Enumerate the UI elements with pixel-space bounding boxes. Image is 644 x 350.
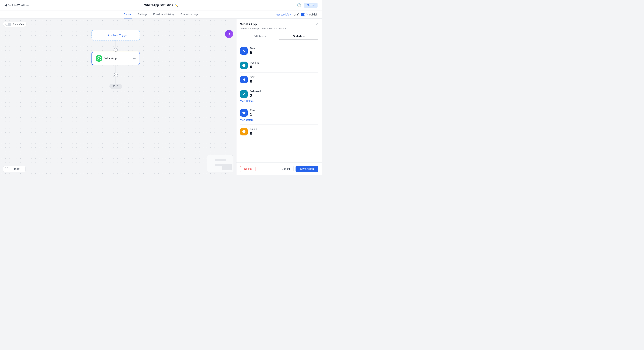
stat-failed: Failed 0	[240, 125, 318, 139]
close-panel-button[interactable]: ✕	[316, 22, 318, 27]
header: ◀ Back to Workflows WhatsApp Statistics …	[0, 0, 322, 11]
zoom-in-button[interactable]: +	[10, 167, 12, 171]
stat-pending-info: Pending 0	[250, 61, 318, 69]
stat-pending-value: 0	[250, 65, 318, 69]
panel-footer: Delete Cancel Save Action	[236, 162, 322, 175]
stat-total-label: Total	[250, 47, 318, 50]
stat-delivered-info: Delivered 2	[250, 90, 318, 98]
stat-read-row: Read 1	[240, 109, 318, 117]
stats-toggle-thumb	[6, 23, 8, 26]
sent-icon	[240, 76, 248, 83]
saved-button[interactable]: Saved	[304, 3, 318, 8]
back-to-workflows-link[interactable]: ◀ Back to Workflows	[4, 3, 29, 7]
plus-connector-2: +	[114, 73, 118, 76]
minimap-viewport	[222, 164, 232, 170]
pending-icon	[240, 62, 248, 69]
stat-total-info: Total 5	[250, 47, 318, 55]
stat-total-row: Total 5	[240, 47, 318, 55]
back-label: Back to Workflows	[8, 4, 29, 7]
stat-failed-info: Failed 0	[250, 128, 318, 136]
publish-label: Publish	[309, 13, 318, 16]
stat-read-info: Read 1	[250, 109, 318, 117]
whatsapp-icon	[96, 55, 102, 62]
total-icon	[240, 47, 248, 55]
stats-content: Total 5 Pending 0	[236, 40, 322, 162]
edit-icon[interactable]: ✏️	[174, 4, 178, 7]
tab-builder[interactable]: Builder	[124, 11, 132, 19]
stat-failed-value: 0	[250, 131, 318, 136]
stat-sent-label: Sent	[250, 76, 318, 79]
canvas-controls: ⛶ + 100% −	[3, 166, 26, 172]
stat-total: Total 5	[240, 44, 318, 58]
read-view-details-link[interactable]: View Details	[240, 118, 254, 121]
magic-button[interactable]: ✦	[225, 30, 233, 38]
stat-sent-info: Sent 0	[250, 76, 318, 84]
zoom-level: 100%	[14, 168, 20, 170]
svg-marker-2	[242, 78, 246, 81]
stat-read: Read 1 View Details	[240, 106, 318, 125]
panel-header: WhatsApp Sends a whatsapp message to the…	[236, 19, 322, 30]
header-center: WhatsApp Statistics ✏️	[144, 4, 178, 7]
main-layout: Stats View ✦ + Add New Trigger +	[0, 19, 322, 175]
stat-sent: Sent 0	[240, 73, 318, 87]
stat-read-value: 1	[250, 112, 318, 117]
connector-middle	[116, 65, 116, 73]
read-icon	[240, 109, 248, 117]
stats-view-label: Stats View	[13, 23, 24, 26]
save-action-button[interactable]: Save Action	[296, 166, 318, 172]
stats-view-toggle[interactable]: Stats View	[3, 22, 27, 27]
header-right: 🕐 Saved	[297, 3, 318, 8]
stats-toggle-track[interactable]	[6, 23, 11, 26]
tab-settings[interactable]: Settings	[138, 11, 147, 19]
tab-edit-action[interactable]: Edit Action	[240, 33, 279, 40]
node-menu-button[interactable]: ···	[133, 57, 136, 60]
add-step-button-2[interactable]: +	[114, 73, 118, 76]
delete-button[interactable]: Delete	[240, 166, 256, 172]
cancel-button[interactable]: Cancel	[278, 166, 294, 172]
stat-delivered-label: Delivered	[250, 90, 318, 93]
stat-sent-value: 0	[250, 79, 318, 84]
draft-publish-toggle[interactable]	[301, 13, 308, 17]
plus-connector-1: +	[114, 48, 118, 52]
workflow-title: WhatsApp Statistics	[144, 4, 173, 7]
minimap-node-trigger	[215, 159, 226, 161]
workflow-container: + Add New Trigger + WhatsApp ···	[92, 30, 140, 89]
add-trigger-button[interactable]: + Add New Trigger	[92, 30, 140, 41]
stat-read-label: Read	[250, 109, 318, 112]
stat-pending-row: Pending 0	[240, 61, 318, 69]
stat-total-value: 5	[250, 50, 318, 55]
panel-subtitle: Sends a whatsapp message to the contact	[240, 27, 286, 30]
add-trigger-plus-icon: +	[104, 33, 106, 37]
add-trigger-label: Add New Trigger	[108, 34, 127, 37]
panel-title-group: WhatsApp Sends a whatsapp message to the…	[240, 22, 286, 30]
whatsapp-node-label: WhatsApp	[104, 57, 131, 60]
toggle-thumb	[304, 13, 307, 16]
connector-bottom	[116, 76, 116, 84]
expand-button[interactable]: ⛶	[5, 167, 8, 171]
whatsapp-node[interactable]: WhatsApp ···	[92, 52, 140, 65]
test-workflow-button[interactable]: Test Workflow	[275, 13, 292, 16]
workflow-canvas[interactable]: Stats View ✦ + Add New Trigger +	[0, 19, 236, 175]
zoom-out-button[interactable]: −	[22, 167, 23, 171]
tab-statistics[interactable]: Statistics	[279, 33, 318, 40]
tab-enrollment-history[interactable]: Enrollment History	[153, 11, 174, 19]
add-step-button-1[interactable]: +	[114, 48, 118, 52]
magic-icon: ✦	[228, 32, 231, 36]
stat-delivered: Delivered 2 View Details	[240, 87, 318, 106]
draft-label: Draft	[294, 13, 299, 16]
end-node: END	[110, 84, 122, 89]
stat-sent-row: Sent 0	[240, 76, 318, 84]
right-panel: WhatsApp Sends a whatsapp message to the…	[236, 19, 322, 175]
footer-right: Cancel Save Action	[278, 166, 318, 172]
minimap-inner	[208, 155, 233, 172]
failed-icon	[240, 128, 248, 135]
panel-tabs: Edit Action Statistics	[240, 33, 318, 40]
delivered-view-details-link[interactable]: View Details	[240, 100, 254, 102]
tab-execution-logs[interactable]: Execution Logs	[180, 11, 198, 19]
draft-toggle: Draft Publish	[294, 13, 318, 17]
stat-delivered-row: Delivered 2	[240, 90, 318, 98]
history-icon[interactable]: 🕐	[297, 3, 301, 7]
stat-delivered-value: 2	[250, 93, 318, 98]
stat-pending: Pending 0	[240, 58, 318, 73]
stat-failed-label: Failed	[250, 128, 318, 131]
